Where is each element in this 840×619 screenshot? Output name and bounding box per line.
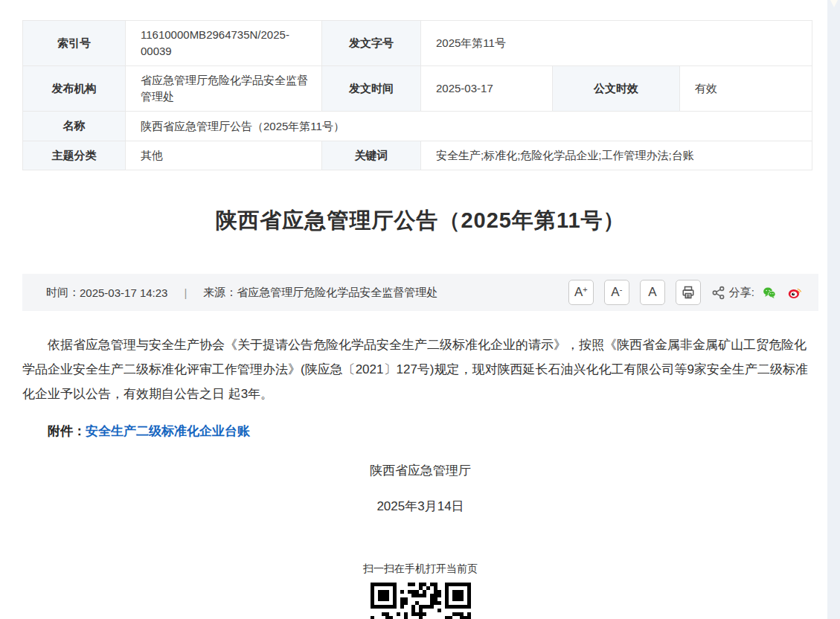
printer-icon bbox=[682, 286, 695, 299]
source-value: 省应急管理厅危险化学品安全监督管理处 bbox=[237, 286, 437, 300]
keywords-label: 关键词 bbox=[322, 141, 421, 170]
document-page: 索引号 11610000MB2964735N/2025-00039 发文字号 2… bbox=[22, 20, 818, 619]
wechat-share-button[interactable] bbox=[763, 284, 780, 301]
qr-code bbox=[371, 583, 471, 619]
font-reset-label: A bbox=[648, 285, 656, 300]
name-value: 陕西省应急管理厅公告（2025年第11号） bbox=[126, 112, 812, 141]
publisher-value: 省应急管理厅危险化学品安全监督管理处 bbox=[126, 66, 322, 112]
doc-no-label: 发文字号 bbox=[322, 21, 421, 66]
category-value: 其他 bbox=[126, 141, 322, 170]
time-value: 2025-03-17 14:23 bbox=[80, 286, 167, 299]
publisher-label: 发布机构 bbox=[23, 66, 126, 112]
attachment-label: 附件： bbox=[48, 424, 86, 438]
table-row: 索引号 11610000MB2964735N/2025-00039 发文字号 2… bbox=[23, 21, 812, 66]
table-row: 名称 陕西省应急管理厅公告（2025年第11号） bbox=[23, 112, 812, 141]
print-button[interactable] bbox=[676, 280, 701, 305]
pub-date-label: 发文时间 bbox=[322, 66, 421, 112]
weibo-share-button[interactable] bbox=[788, 284, 805, 301]
attachment-line: 附件：安全生产二级标准化企业台账 bbox=[22, 420, 818, 443]
source-label: 来源： bbox=[203, 286, 237, 300]
font-increase-sup: + bbox=[583, 286, 587, 294]
keywords-value: 安全生产;标准化;危险化学品企业;工作管理办法;台账 bbox=[421, 141, 812, 170]
font-decrease-button[interactable]: A- bbox=[604, 280, 629, 305]
category-label: 主题分类 bbox=[23, 141, 126, 170]
font-increase-button[interactable]: A+ bbox=[568, 280, 594, 305]
scrollbar[interactable] bbox=[827, 0, 840, 619]
validity-label: 公文时效 bbox=[553, 66, 680, 112]
font-reset-button[interactable]: A bbox=[640, 280, 665, 305]
share-group: 分享: bbox=[711, 284, 805, 301]
article-body: 依据省应急管理与安全生产协会《关于提请公告危险化学品安全生产二级标准化企业的请示… bbox=[22, 333, 818, 406]
qr-section: 扫一扫在手机打开当前页 bbox=[22, 562, 818, 619]
share-label: 分享: bbox=[729, 286, 754, 300]
signoff-date: 2025年3月14日 bbox=[22, 498, 818, 515]
separator: | bbox=[184, 286, 187, 299]
table-row: 发布机构 省应急管理厅危险化学品安全监督管理处 发文时间 2025-03-17 … bbox=[23, 66, 812, 112]
doc-no-value: 2025年第11号 bbox=[421, 21, 812, 66]
share-icon bbox=[711, 286, 725, 300]
document-meta-table: 索引号 11610000MB2964735N/2025-00039 发文字号 2… bbox=[22, 20, 812, 170]
signoff-organization: 陕西省应急管理厅 bbox=[22, 462, 818, 479]
font-increase-label: A bbox=[574, 285, 583, 300]
index-no-label: 索引号 bbox=[23, 21, 126, 66]
time-label: 时间： bbox=[46, 286, 80, 300]
attachment-link[interactable]: 安全生产二级标准化企业台账 bbox=[86, 424, 250, 438]
pub-date-value: 2025-03-17 bbox=[421, 66, 553, 112]
validity-value: 有效 bbox=[680, 66, 812, 112]
wechat-icon bbox=[763, 284, 776, 301]
font-decrease-sup: - bbox=[620, 286, 623, 294]
scrollbar-thumb[interactable] bbox=[830, 0, 838, 7]
index-no-value: 11610000MB2964735N/2025-00039 bbox=[126, 21, 322, 66]
font-decrease-label: A bbox=[611, 285, 619, 300]
page-title: 陕西省应急管理厅公告（2025年第11号） bbox=[22, 206, 818, 236]
qr-caption: 扫一扫在手机打开当前页 bbox=[22, 562, 818, 576]
name-label: 名称 bbox=[23, 112, 126, 141]
weibo-icon bbox=[788, 284, 801, 301]
table-row: 主题分类 其他 关键词 安全生产;标准化;危险化学品企业;工作管理办法;台账 bbox=[23, 141, 812, 170]
article-meta-bar: 时间： 2025-03-17 14:23 | 来源： 省应急管理厅危险化学品安全… bbox=[22, 274, 818, 311]
